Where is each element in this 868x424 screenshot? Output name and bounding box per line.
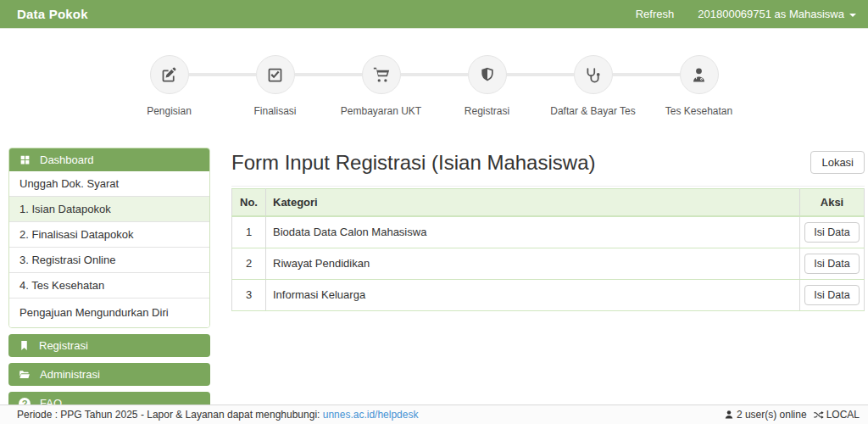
table-row: 2 Riwayat Pendidikan Isi Data bbox=[232, 248, 865, 279]
step-pengisian[interactable]: Pengisian bbox=[116, 55, 222, 117]
sidebar-item-finalisasi-datapokok[interactable]: 2. Finalisasi Datapokok bbox=[9, 221, 209, 247]
sidebar-item-isian-datapokok[interactable]: 1. Isian Datapokok bbox=[9, 196, 209, 221]
footer-period-text: Periode : PPG Tahun 2025 - Lapor & Layan… bbox=[17, 409, 418, 421]
page-title: Form Input Registrasi (Isian Mahasiswa) bbox=[231, 151, 595, 175]
sidebar-item-registrasi-online[interactable]: 3. Registrasi Online bbox=[9, 247, 209, 272]
step-tes-kesehatan[interactable]: Tes Kesehatan bbox=[646, 55, 752, 117]
step-daftar-bayar-tes[interactable]: Daftar & Bayar Tes bbox=[540, 55, 646, 117]
sidebar-header-dashboard[interactable]: Dashboard bbox=[9, 148, 209, 171]
column-header-aksi: Aksi bbox=[800, 189, 865, 217]
helpdesk-link[interactable]: unnes.ac.id/helpdesk bbox=[323, 409, 419, 421]
pencil-square-icon bbox=[160, 66, 178, 84]
shuffle-icon bbox=[813, 410, 824, 421]
sidebar-section-label: Registrasi bbox=[39, 339, 88, 352]
isi-data-button[interactable]: Isi Data bbox=[804, 254, 859, 274]
progress-stepper: Pengisian Finalisasi Pembayaran UKT Regi… bbox=[0, 29, 868, 117]
footer: Periode : PPG Tahun 2025 - Lapor & Layan… bbox=[0, 404, 868, 424]
step-pembayaran-ukt[interactable]: Pembayaran UKT bbox=[328, 55, 434, 117]
registration-table: No. Kategori Aksi 1 Biodata Data Calon M… bbox=[231, 188, 865, 311]
sidebar-header-label: Dashboard bbox=[40, 153, 94, 166]
refresh-link[interactable]: Refresh bbox=[636, 8, 675, 20]
sidebar-section-administrasi[interactable]: Administrasi bbox=[8, 363, 210, 386]
row-kategori: Informasi Keluarga bbox=[266, 279, 800, 310]
lokasi-button[interactable]: Lokasi bbox=[810, 151, 865, 174]
stethoscope-icon bbox=[584, 66, 602, 84]
row-number: 2 bbox=[232, 248, 266, 279]
app-title: Data Pokok bbox=[17, 7, 88, 21]
top-navbar: Data Pokok Refresh 201800069751 as Mahas… bbox=[0, 0, 868, 29]
step-finalisasi[interactable]: Finalisasi bbox=[222, 55, 328, 117]
shopping-cart-icon bbox=[372, 65, 391, 84]
isi-data-button[interactable]: Isi Data bbox=[804, 285, 859, 305]
user-dropdown-label: 201800069751 as Mahasiswa bbox=[698, 8, 844, 20]
row-kategori: Biodata Data Calon Mahasiswa bbox=[266, 216, 800, 248]
bookmark-icon bbox=[19, 340, 30, 351]
step-label: Finalisasi bbox=[222, 105, 328, 117]
shield-icon bbox=[479, 66, 496, 83]
step-label: Tes Kesehatan bbox=[646, 105, 752, 117]
sidebar: Dashboard Unggah Dok. Syarat 1. Isian Da… bbox=[8, 148, 210, 415]
folder-open-icon bbox=[19, 369, 31, 381]
row-kategori: Riwayat Pendidikan bbox=[266, 248, 800, 279]
table-row: 1 Biodata Data Calon Mahasiswa Isi Data bbox=[232, 216, 865, 248]
check-square-icon bbox=[266, 66, 284, 84]
user-icon bbox=[724, 410, 734, 420]
doctor-icon bbox=[690, 66, 708, 84]
row-number: 3 bbox=[232, 279, 266, 310]
sidebar-item-unggah-dok-syarat[interactable]: Unggah Dok. Syarat bbox=[9, 171, 209, 196]
sidebar-section-registrasi[interactable]: Registrasi bbox=[8, 334, 210, 357]
column-header-kategori: Kategori bbox=[266, 189, 800, 217]
step-registrasi[interactable]: Registrasi bbox=[434, 55, 540, 117]
environment-label: LOCAL bbox=[826, 409, 860, 421]
sidebar-section-label: Administrasi bbox=[40, 368, 100, 381]
caret-down-icon bbox=[849, 14, 856, 17]
main-panel: Form Input Registrasi (Isian Mahasiswa) … bbox=[231, 148, 865, 311]
step-label: Pembayaran UKT bbox=[328, 105, 434, 117]
sidebar-item-tes-kesehatan[interactable]: 4. Tes Kesehatan bbox=[9, 272, 209, 298]
step-label: Registrasi bbox=[434, 105, 540, 117]
grid-icon bbox=[19, 154, 31, 165]
users-online-text: 2 user(s) online bbox=[737, 409, 807, 421]
table-row: 3 Informasi Keluarga Isi Data bbox=[232, 279, 865, 310]
step-label: Daftar & Bayar Tes bbox=[540, 105, 646, 117]
table-header-row: No. Kategori Aksi bbox=[232, 189, 865, 217]
isi-data-button[interactable]: Isi Data bbox=[804, 222, 859, 243]
column-header-no: No. bbox=[232, 189, 266, 217]
user-dropdown[interactable]: 201800069751 as Mahasiswa bbox=[698, 8, 856, 20]
row-number: 1 bbox=[232, 216, 266, 248]
step-label: Pengisian bbox=[116, 105, 222, 117]
sidebar-item-pengajuan-mengundurkan-diri[interactable]: Pengajuan Mengundurkan Diri bbox=[9, 298, 209, 327]
